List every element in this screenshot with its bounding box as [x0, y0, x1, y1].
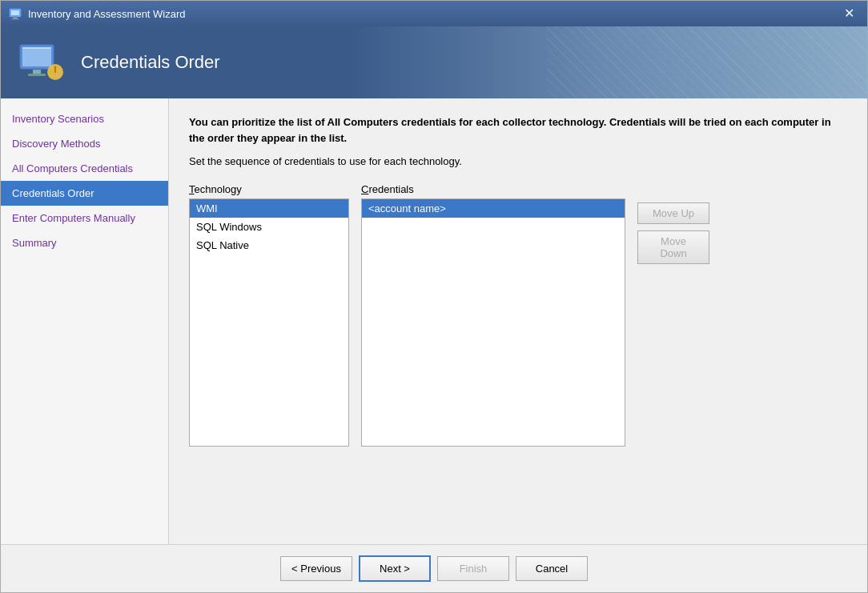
credential-item-account-name[interactable]: <account name>	[362, 199, 625, 218]
technology-col: Technology WMI SQL Windows SQL Native	[189, 183, 349, 447]
technology-label: Technology	[189, 183, 349, 195]
main-window: Inventory and Assessment Wizard ✕ Creden…	[0, 0, 868, 593]
svg-rect-7	[33, 70, 41, 74]
credentials-label: Credentials	[361, 183, 625, 195]
sidebar-item-enter-computers-manually[interactable]: Enter Computers Manually	[1, 206, 168, 230]
close-button[interactable]: ✕	[839, 6, 859, 22]
sidebar-item-credentials-order[interactable]: Credentials Order	[1, 181, 168, 206]
main-content: Inventory Scenarios Discovery Methods Al…	[1, 98, 867, 544]
technology-item-sql-native[interactable]: SQL Native	[190, 236, 348, 254]
panel-sub: Set the sequence of credentials to use f…	[189, 155, 847, 167]
lists-row: Technology WMI SQL Windows SQL Native Cr…	[189, 183, 847, 447]
technology-list[interactable]: WMI SQL Windows SQL Native	[189, 198, 349, 447]
panel: You can prioritize the list of All Compu…	[169, 98, 867, 544]
header-icon	[17, 38, 65, 86]
previous-button[interactable]: < Previous	[280, 556, 352, 581]
technology-item-wmi[interactable]: WMI	[190, 199, 348, 218]
technology-item-sql-windows[interactable]: SQL Windows	[190, 218, 348, 236]
footer: < Previous Next > Finish Cancel	[1, 544, 867, 592]
svg-rect-5	[22, 47, 51, 66]
move-buttons: Move Up Move Down	[637, 183, 709, 264]
svg-rect-10	[54, 68, 56, 73]
finish-button[interactable]: Finish	[437, 556, 509, 581]
sidebar-item-inventory-scenarios[interactable]: Inventory Scenarios	[1, 106, 168, 131]
panel-description: You can prioritize the list of All Compu…	[189, 114, 847, 146]
sidebar-item-summary[interactable]: Summary	[1, 230, 168, 255]
svg-rect-3	[11, 19, 19, 20]
sidebar-item-discovery-methods[interactable]: Discovery Methods	[1, 131, 168, 156]
svg-rect-8	[28, 74, 46, 76]
svg-rect-1	[11, 10, 19, 15]
credentials-col: Credentials <account name>	[361, 183, 625, 447]
window-title: Inventory and Assessment Wizard	[28, 8, 186, 20]
svg-rect-6	[22, 47, 51, 49]
move-down-button[interactable]: Move Down	[637, 230, 709, 264]
svg-point-11	[54, 66, 57, 69]
header-banner: Credentials Order	[1, 26, 867, 98]
sidebar-item-all-computers-credentials[interactable]: All Computers Credentials	[1, 156, 168, 181]
svg-rect-2	[13, 18, 18, 19]
sidebar: Inventory Scenarios Discovery Methods Al…	[1, 98, 169, 544]
next-button[interactable]: Next >	[359, 555, 431, 582]
credentials-list[interactable]: <account name>	[361, 198, 625, 447]
title-bar: Inventory and Assessment Wizard ✕	[1, 1, 867, 26]
app-icon	[9, 7, 22, 20]
header-title: Credentials Order	[81, 52, 220, 73]
cancel-button[interactable]: Cancel	[516, 556, 588, 581]
move-up-button[interactable]: Move Up	[637, 202, 709, 224]
